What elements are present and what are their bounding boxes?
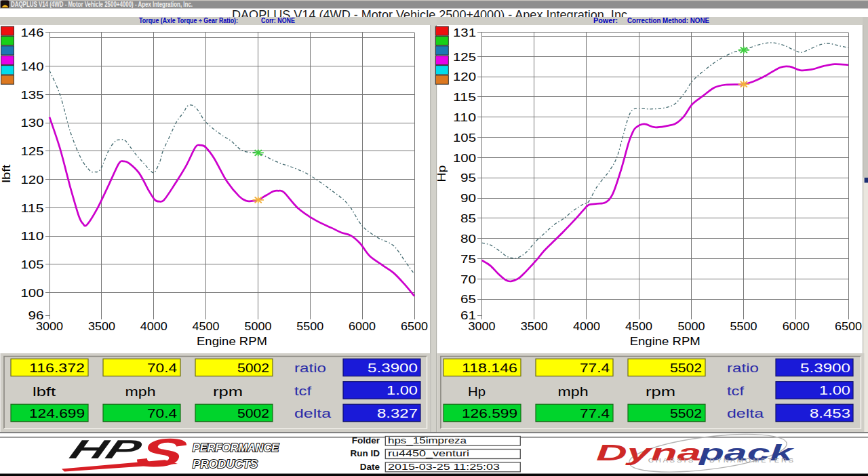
svg-text:115: 115 [453, 91, 476, 104]
svg-text:95: 95 [460, 172, 476, 184]
svg-text:140: 140 [21, 60, 44, 73]
svg-text:70.4: 70.4 [147, 407, 177, 420]
svg-text:126.599: 126.599 [462, 407, 517, 420]
svg-text:3000: 3000 [36, 320, 63, 333]
svg-text:8.453: 8.453 [810, 407, 850, 420]
svg-text:hps_15impreza: hps_15impreza [388, 435, 467, 445]
svg-text:6000: 6000 [349, 320, 376, 333]
svg-text:120: 120 [453, 71, 476, 83]
svg-text:2015-03-25 11:25:03: 2015-03-25 11:25:03 [388, 462, 500, 472]
svg-text:4500: 4500 [625, 320, 652, 333]
svg-text:3500: 3500 [88, 320, 115, 333]
svg-text:100: 100 [453, 152, 476, 165]
svg-text:110: 110 [21, 230, 44, 243]
svg-text:lbft: lbft [33, 385, 56, 399]
svg-text:65: 65 [460, 293, 476, 306]
svg-text:Torque (Axle Torque ÷ Gear Rat: Torque (Axle Torque ÷ Gear Ratio): [139, 16, 238, 24]
svg-text:6500: 6500 [835, 320, 862, 333]
svg-text:Corr: NONE: Corr: NONE [261, 16, 295, 24]
svg-text:D Y N A M O M E T E R S: D Y N A M O M E T E R S [709, 457, 793, 464]
svg-text:124.699: 124.699 [29, 407, 85, 420]
svg-text:Hp: Hp [435, 165, 448, 182]
svg-text:131: 131 [453, 26, 476, 39]
svg-text:125: 125 [21, 145, 44, 158]
svg-text:116.372: 116.372 [29, 361, 85, 375]
svg-text:ru4450_venturi: ru4450_venturi [388, 448, 469, 458]
svg-text:4500: 4500 [193, 320, 220, 333]
svg-text:130: 130 [21, 117, 44, 130]
svg-text:ratio: ratio [727, 361, 759, 375]
svg-text:5002: 5002 [237, 407, 269, 420]
svg-text:77.4: 77.4 [580, 361, 610, 375]
svg-text:tcf: tcf [294, 384, 312, 398]
svg-text:70.4: 70.4 [147, 361, 177, 375]
svg-text:5500: 5500 [730, 320, 757, 333]
svg-text:90: 90 [460, 192, 476, 205]
svg-text:delta: delta [294, 407, 332, 420]
svg-text:5000: 5000 [244, 320, 271, 333]
svg-text:Folder: Folder [352, 435, 380, 445]
svg-text:118.146: 118.146 [462, 361, 517, 375]
svg-text:mph: mph [125, 385, 156, 399]
svg-text:1.00: 1.00 [387, 384, 418, 397]
svg-text:Engine RPM: Engine RPM [630, 335, 701, 348]
svg-text:Date: Date [360, 462, 380, 472]
svg-text:5502: 5502 [670, 407, 702, 420]
svg-text:75: 75 [460, 253, 476, 266]
svg-text:135: 135 [21, 89, 44, 102]
svg-text:6000: 6000 [783, 320, 810, 333]
svg-text:HP: HP [66, 434, 146, 464]
svg-text:125: 125 [453, 51, 476, 64]
svg-text:5500: 5500 [296, 320, 323, 333]
svg-text:Hp: Hp [468, 385, 486, 399]
svg-text:delta: delta [727, 407, 764, 420]
svg-text:mph: mph [558, 385, 589, 399]
svg-text:105: 105 [21, 258, 44, 271]
svg-text:Correction Method: NONE: Correction Method: NONE [627, 16, 709, 24]
svg-text:PERFORMANCE: PERFORMANCE [193, 441, 279, 454]
svg-text:3500: 3500 [521, 320, 548, 333]
svg-text:Engine RPM: Engine RPM [197, 335, 267, 348]
svg-text:70: 70 [460, 273, 476, 286]
svg-text:C H A S S I S: C H A S S I S [648, 457, 694, 464]
svg-text:6500: 6500 [401, 320, 428, 333]
svg-text:105: 105 [453, 132, 476, 144]
svg-text:5.3900: 5.3900 [800, 361, 850, 375]
svg-text:115: 115 [21, 202, 44, 215]
svg-text:lbft: lbft [0, 164, 13, 182]
svg-text:4000: 4000 [573, 320, 600, 333]
svg-text:85: 85 [460, 212, 476, 225]
svg-text:1.00: 1.00 [819, 384, 850, 397]
svg-text:5.3900: 5.3900 [368, 361, 418, 375]
svg-text:tcf: tcf [727, 384, 745, 398]
svg-text:5002: 5002 [237, 361, 269, 375]
svg-text:ratio: ratio [294, 361, 326, 375]
svg-text:5502: 5502 [670, 361, 702, 375]
svg-text:PRODUCTS: PRODUCTS [193, 458, 258, 471]
svg-text:80: 80 [460, 233, 476, 245]
svg-text:110: 110 [453, 111, 476, 124]
svg-text:100: 100 [21, 287, 44, 300]
svg-text:Run ID: Run ID [351, 448, 380, 458]
svg-text:3000: 3000 [469, 320, 496, 333]
svg-text:rpm: rpm [646, 385, 675, 399]
svg-text:146: 146 [21, 26, 44, 39]
svg-text:rpm: rpm [213, 385, 243, 399]
svg-text:4000: 4000 [140, 320, 167, 333]
svg-text:120: 120 [21, 174, 44, 186]
svg-text:8.327: 8.327 [377, 407, 418, 420]
svg-text:77.4: 77.4 [580, 407, 610, 420]
svg-text:5000: 5000 [677, 320, 705, 333]
svg-text:DAQPLUS V14 (4WD - Motor Vehic: DAQPLUS V14 (4WD - Motor Vehicle 2500+40… [11, 0, 193, 8]
svg-text:Power:: Power: [593, 16, 618, 24]
